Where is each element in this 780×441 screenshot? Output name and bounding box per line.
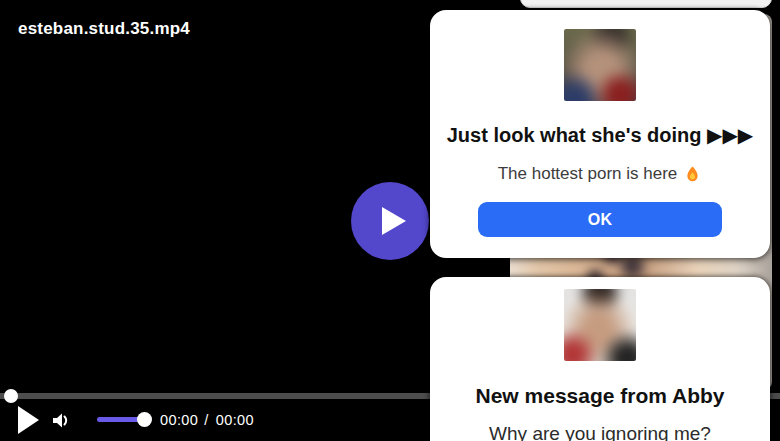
popup-title: Just look what she's doing ▶▶▶ <box>447 123 753 148</box>
ad-thumbnail[interactable] <box>564 289 636 361</box>
play-icon <box>382 207 406 235</box>
popup-title: New message from Abby <box>476 383 725 409</box>
volume-slider[interactable] <box>97 417 144 422</box>
duration: 00:00 <box>216 412 254 428</box>
play-button[interactable] <box>18 406 42 434</box>
popup-message: Why are you ignoring me? <box>489 423 711 441</box>
blurred-photo <box>564 289 636 361</box>
mute-button[interactable] <box>48 407 75 434</box>
play-icon <box>18 406 39 434</box>
video-player[interactable]: esteban.stud.35.mp4 00:00 / 00:00 Just l… <box>0 0 780 441</box>
seek-thumb[interactable] <box>4 389 18 403</box>
fire-emoji-icon <box>683 165 702 184</box>
ad-thumbnail[interactable] <box>564 29 636 101</box>
video-title: esteban.stud.35.mp4 <box>18 19 190 39</box>
background-notification-card <box>520 0 772 8</box>
speaker-icon <box>48 407 75 434</box>
ad-popup-bottom[interactable]: New message from Abby Why are you ignori… <box>430 277 770 441</box>
ok-button[interactable]: OK <box>478 202 722 237</box>
big-play-button[interactable] <box>351 182 429 260</box>
time-separator: / <box>204 412 208 428</box>
time-display: 00:00 / 00:00 <box>160 411 254 429</box>
popup-subtitle-text: The hottest porn is here <box>498 164 678 184</box>
current-time: 00:00 <box>160 412 198 428</box>
volume-thumb[interactable] <box>137 412 152 427</box>
blurred-photo <box>564 29 636 101</box>
ad-popup-top[interactable]: Just look what she's doing ▶▶▶ The hotte… <box>430 10 770 258</box>
popup-subtitle: The hottest porn is here <box>498 164 703 184</box>
